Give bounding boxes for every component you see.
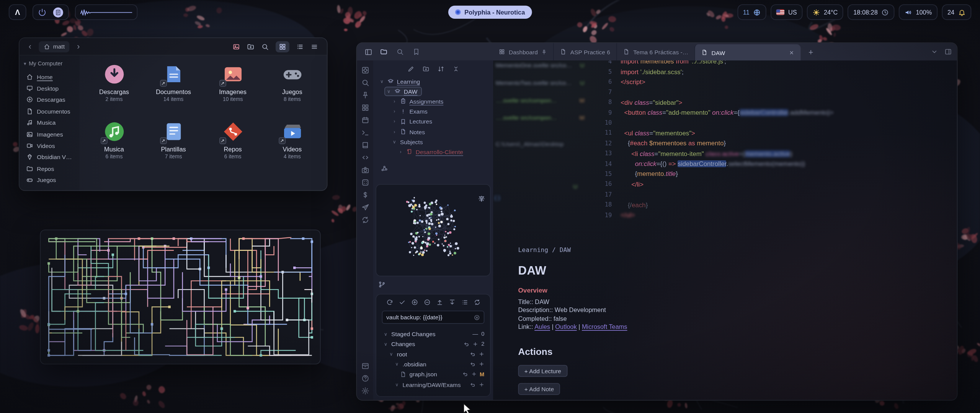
git-panel-tab-icon[interactable] bbox=[378, 281, 386, 288]
git-sync-icon[interactable] bbox=[474, 299, 480, 306]
close-tab-icon[interactable] bbox=[789, 50, 795, 55]
git-item-obsidian[interactable]: ∨.obsidian bbox=[382, 359, 485, 369]
code-icon[interactable] bbox=[361, 153, 369, 161]
folder-descargas[interactable]: Descargas2 items bbox=[84, 62, 144, 119]
folder-imagenes[interactable]: ↗Imagenes10 items bbox=[203, 62, 263, 119]
grid-icon[interactable] bbox=[361, 104, 369, 112]
folder-videos[interactable]: ↗Videos4 items bbox=[263, 119, 322, 177]
right-sidebar-toggle-icon[interactable] bbox=[944, 48, 952, 56]
folder-musica[interactable]: ↗Musica6 items bbox=[84, 119, 144, 177]
dollar-icon[interactable] bbox=[361, 191, 369, 199]
git-list-icon[interactable] bbox=[461, 299, 468, 306]
sidebar-item-documentos[interactable]: Documentos bbox=[24, 106, 75, 117]
sync-icon[interactable] bbox=[361, 216, 369, 224]
help-icon[interactable] bbox=[361, 374, 369, 382]
sidebar-section-header[interactable]: ▾ My Computer bbox=[24, 60, 75, 67]
git-upload-icon[interactable] bbox=[436, 299, 443, 306]
panel-tab-folder-icon[interactable] bbox=[380, 48, 388, 56]
sidebar-item-musica[interactable]: Musica bbox=[24, 117, 75, 128]
graph-filter-icon[interactable] bbox=[478, 202, 485, 208]
sidebar-item-home[interactable]: Home bbox=[24, 71, 75, 83]
pin-icon[interactable] bbox=[361, 91, 369, 99]
graph-panel-tab-icon[interactable] bbox=[381, 163, 388, 171]
tab-asp-practice-6[interactable]: ASP Practice 6 bbox=[554, 43, 616, 61]
dice-icon[interactable] bbox=[361, 179, 369, 187]
git-item-learning-daw-exams[interactable]: ∨Learning/DAW/Exams bbox=[382, 379, 485, 389]
collapse-icon[interactable] bbox=[452, 65, 459, 72]
new-folder-icon[interactable] bbox=[247, 43, 255, 50]
list-view-icon[interactable] bbox=[296, 43, 304, 50]
wallpaper-tool-icon[interactable] bbox=[232, 43, 240, 50]
tab-list-dropdown-icon[interactable] bbox=[931, 48, 938, 56]
sidebar-item-repos[interactable]: Repos bbox=[24, 163, 75, 174]
explorer-item-subjects[interactable]: ∨Subjects bbox=[376, 137, 490, 147]
explorer-item-exams[interactable]: ›Exams bbox=[376, 106, 490, 116]
panel-tab-bookmark-icon[interactable] bbox=[413, 48, 420, 56]
graph-view-panel[interactable] bbox=[376, 184, 490, 276]
folder-documentos[interactable]: ↗Documentos14 items bbox=[144, 62, 203, 119]
git-download-icon[interactable] bbox=[448, 299, 455, 306]
sort-icon[interactable] bbox=[437, 65, 444, 72]
explorer-item-notes[interactable]: ›Notes bbox=[376, 127, 490, 137]
explorer-item-daw[interactable]: ∨DAW bbox=[376, 86, 490, 96]
box-icon[interactable] bbox=[361, 362, 369, 370]
commit-message-input[interactable]: vault backup: {{date}} bbox=[382, 311, 485, 324]
clock-module[interactable]: 18:08:28 bbox=[848, 4, 895, 20]
terminal-icon[interactable] bbox=[361, 128, 369, 137]
discard-icon[interactable] bbox=[464, 341, 469, 347]
new-tab-button[interactable]: + bbox=[805, 46, 817, 58]
calendar-icon[interactable] bbox=[361, 116, 369, 124]
back-button[interactable]: ‹ bbox=[26, 42, 34, 51]
breadcrumb[interactable]: matt bbox=[39, 41, 70, 52]
git-plusc-icon[interactable] bbox=[411, 299, 418, 306]
link-aules[interactable]: Aules bbox=[534, 323, 550, 330]
link-microsoft-teams[interactable]: Microsoft Teams bbox=[582, 323, 627, 330]
sidebar-item-descargas[interactable]: Descargas bbox=[24, 94, 75, 106]
git-item-changes[interactable]: ∨Changes2 bbox=[382, 339, 485, 349]
action-add-lecture[interactable]: + Add Lecture bbox=[518, 365, 568, 377]
tab-tema-6-pr-cticas[interactable]: Tema 6 Prácticas -… bbox=[616, 43, 694, 61]
sidebar-item-desktop[interactable]: Desktop bbox=[24, 83, 75, 94]
sidebar-item-juegos[interactable]: Juegos bbox=[24, 174, 75, 186]
explorer-item-learning[interactable]: ∨Learning bbox=[376, 76, 490, 86]
action-add-note[interactable]: + Add Note bbox=[518, 383, 560, 395]
explorer-item-assignments[interactable]: ›Assignments bbox=[376, 96, 490, 106]
tab-daw[interactable]: DAW bbox=[695, 44, 801, 60]
plus-icon[interactable] bbox=[479, 351, 485, 357]
book-icon[interactable] bbox=[361, 141, 369, 149]
clear-message-icon[interactable] bbox=[474, 314, 480, 320]
updates-module[interactable]: 11 bbox=[737, 4, 766, 20]
folder-repos[interactable]: ↗Repos6 items bbox=[203, 119, 263, 177]
sidebar-item-videos[interactable]: Videos bbox=[24, 140, 75, 151]
discard-icon[interactable] bbox=[470, 361, 476, 367]
plus-icon[interactable] bbox=[479, 361, 485, 367]
plus-icon[interactable] bbox=[472, 341, 478, 347]
pin-icon[interactable] bbox=[542, 49, 547, 55]
plane-icon[interactable] bbox=[361, 203, 369, 211]
weather-module[interactable]: 24°C bbox=[807, 4, 843, 20]
forward-button[interactable]: › bbox=[74, 42, 83, 51]
git-item-staged-changes[interactable]: ∨Staged Changes—0 bbox=[382, 329, 485, 339]
plus-icon[interactable] bbox=[471, 371, 477, 377]
discard-icon[interactable] bbox=[462, 371, 468, 377]
camera-icon[interactable] bbox=[361, 166, 369, 174]
launcher-button[interactable]: Λ bbox=[9, 4, 26, 20]
explorer-item-lectures[interactable]: ›Lectures bbox=[376, 117, 490, 127]
plus-icon[interactable] bbox=[479, 382, 485, 387]
git-item-root[interactable]: ∨root bbox=[382, 349, 485, 359]
now-playing[interactable]: Polyphia - Neurotica bbox=[448, 6, 532, 19]
git-minusc-icon[interactable] bbox=[423, 299, 430, 306]
explorer-item-desarrollo-cliente[interactable]: ›Desarrollo-Cliente bbox=[376, 147, 490, 157]
folderplus-icon[interactable] bbox=[422, 65, 429, 72]
menu-icon[interactable] bbox=[310, 43, 318, 50]
search-icon[interactable] bbox=[261, 43, 269, 50]
gear-icon[interactable] bbox=[361, 387, 369, 395]
pencil-icon[interactable] bbox=[407, 65, 414, 72]
tab-dashboard[interactable]: Dashboard bbox=[493, 43, 554, 61]
editor-pane[interactable]: MementoOne.svelte src/co…UMementoTwo.sve… bbox=[493, 60, 957, 400]
sidebar-item-imagenes[interactable]: Imagenes bbox=[24, 128, 75, 140]
folder-juegos[interactable]: Juegos8 items bbox=[263, 62, 322, 119]
folder-plantillas[interactable]: ↗Plantillas7 items bbox=[144, 119, 203, 177]
git-check-icon[interactable] bbox=[399, 299, 405, 306]
git-refresh-icon[interactable] bbox=[386, 299, 393, 306]
